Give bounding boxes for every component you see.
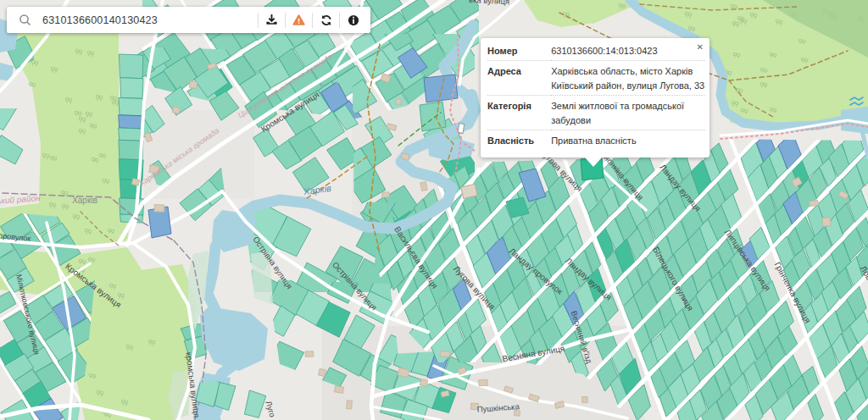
svg-text:Харків: Харків — [72, 196, 97, 205]
